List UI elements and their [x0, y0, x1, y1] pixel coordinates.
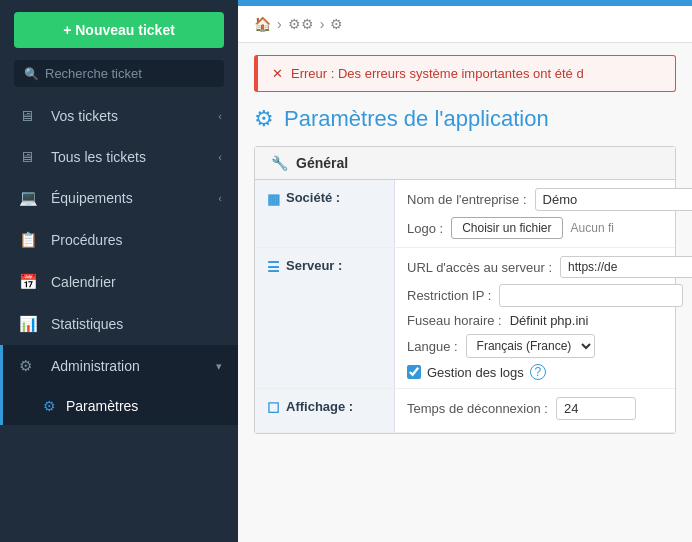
restriction-ip-input[interactable] [499, 284, 683, 307]
sidebar-item-administration[interactable]: ⚙ Administration ▾ [0, 345, 238, 387]
timezone-label: Fuseau horaire : [407, 313, 502, 328]
statistiques-icon: 📊 [19, 315, 41, 333]
sidebar-subitem-label: Paramètres [66, 398, 138, 414]
current-page-icon[interactable]: ⚙ [330, 16, 343, 32]
sidebar-subitem-parametres[interactable]: ⚙ Paramètres [0, 387, 238, 425]
procedures-icon: 📋 [19, 231, 41, 249]
deconnexion-label: Temps de déconnexion : [407, 401, 548, 416]
sidebar-item-statistiques[interactable]: 📊 Statistiques [0, 303, 238, 345]
sidebar-item-label: Vos tickets [51, 108, 218, 124]
serveur-content: URL d'accès au serveur : Restriction IP … [395, 248, 692, 388]
affichage-label: ☐ Affichage : [255, 389, 395, 432]
societe-label-text: Société : [286, 190, 340, 205]
tickets-icon: 🖥 [19, 107, 41, 124]
sidebar-item-label: Procédures [51, 232, 222, 248]
choose-file-button[interactable]: Choisir un fichier [451, 217, 562, 239]
company-name-field: Nom de l'entreprise : [407, 188, 692, 211]
home-icon[interactable]: 🏠 [254, 16, 271, 32]
equipements-icon: 💻 [19, 189, 41, 207]
sidebar-item-label: Calendrier [51, 274, 222, 290]
affichage-row: ☐ Affichage : Temps de déconnexion : [255, 389, 675, 433]
search-box: 🔍 [14, 60, 224, 87]
affichage-label-text: Affichage : [286, 399, 353, 414]
error-icon: ✕ [272, 66, 283, 81]
restriction-ip-label: Restriction IP : [407, 288, 491, 303]
main-content: 🏠 › ⚙⚙ › ⚙ ✕ Erreur : Des erreurs systèm… [238, 0, 692, 542]
gestion-logs-label: Gestion des logs [427, 365, 524, 380]
search-icon: 🔍 [24, 67, 39, 81]
sidebar-item-tous-les-tickets[interactable]: 🖥 Tous les tickets ‹ [0, 136, 238, 177]
sidebar-item-procedures[interactable]: 📋 Procédures [0, 219, 238, 261]
timezone-value: Définit php.ini [510, 313, 589, 328]
error-banner: ✕ Erreur : Des erreurs système important… [254, 55, 676, 92]
timezone-field: Fuseau horaire : Définit php.ini [407, 313, 692, 328]
server-url-field: URL d'accès au serveur : [407, 256, 692, 278]
breadcrumb-separator: › [277, 16, 282, 32]
deconnexion-field: Temps de déconnexion : [407, 397, 663, 420]
langue-select[interactable]: Français (France) [466, 334, 595, 358]
sidebar-item-vos-tickets[interactable]: 🖥 Vos tickets ‹ [0, 95, 238, 136]
societe-label: ▦ Société : [255, 180, 395, 247]
sidebar-item-label: Administration [51, 358, 216, 374]
search-input[interactable] [45, 66, 214, 81]
breadcrumb-separator: › [320, 16, 325, 32]
new-ticket-button[interactable]: + Nouveau ticket [14, 12, 224, 48]
gestion-logs-field: Gestion des logs ? [407, 364, 692, 380]
logo-field: Logo : Choisir un fichier Aucun fi [407, 217, 692, 239]
deconnexion-input[interactable] [556, 397, 636, 420]
help-icon[interactable]: ? [530, 364, 546, 380]
serveur-row: ☰ Serveur : URL d'accès au serveur : Res… [255, 248, 675, 389]
serveur-label-text: Serveur : [286, 258, 342, 273]
settings-icon[interactable]: ⚙⚙ [288, 16, 314, 32]
societe-icon: ▦ [267, 191, 280, 207]
general-tab[interactable]: 🔧 Général [255, 147, 675, 180]
affichage-icon: ☐ [267, 400, 280, 416]
societe-row: ▦ Société : Nom de l'entreprise : Logo :… [255, 180, 675, 248]
sidebar-item-label: Équipements [51, 190, 218, 206]
page-title: Paramètres de l'application [284, 106, 549, 132]
societe-content: Nom de l'entreprise : Logo : Choisir un … [395, 180, 692, 247]
gestion-logs-checkbox[interactable] [407, 365, 421, 379]
langue-field: Langue : Français (France) [407, 334, 692, 358]
sidebar-item-label: Statistiques [51, 316, 222, 332]
file-text: Aucun fi [571, 221, 614, 235]
tab-label: Général [296, 155, 348, 171]
affichage-content: Temps de déconnexion : [395, 389, 675, 432]
content-area: ✕ Erreur : Des erreurs système important… [238, 43, 692, 542]
server-url-label: URL d'accès au serveur : [407, 260, 552, 275]
company-name-input[interactable] [535, 188, 692, 211]
langue-label: Langue : [407, 339, 458, 354]
chevron-right-icon: ‹ [218, 110, 222, 122]
restriction-ip-field: Restriction IP : [407, 284, 692, 307]
server-url-input[interactable] [560, 256, 692, 278]
error-message: Erreur : Des erreurs système importantes… [291, 66, 584, 81]
sidebar-item-equipements[interactable]: 💻 Équipements ‹ [0, 177, 238, 219]
company-name-label: Nom de l'entreprise : [407, 192, 527, 207]
sidebar-item-calendrier[interactable]: 📅 Calendrier [0, 261, 238, 303]
administration-icon: ⚙ [19, 357, 41, 375]
logo-label: Logo : [407, 221, 443, 236]
breadcrumb: 🏠 › ⚙⚙ › ⚙ [238, 6, 692, 43]
chevron-right-icon: ‹ [218, 151, 222, 163]
sidebar: + Nouveau ticket 🔍 🖥 Vos tickets ‹ 🖥 Tou… [0, 0, 238, 542]
form-section: ▦ Société : Nom de l'entreprise : Logo :… [255, 180, 675, 433]
settings-card: 🔧 Général ▦ Société : Nom de l'entrepris… [254, 146, 676, 434]
chevron-right-icon: ‹ [218, 192, 222, 204]
all-tickets-icon: 🖥 [19, 148, 41, 165]
calendrier-icon: 📅 [19, 273, 41, 291]
serveur-icon: ☰ [267, 259, 280, 275]
wrench-icon: 🔧 [271, 155, 288, 171]
sidebar-item-label: Tous les tickets [51, 149, 218, 165]
page-title-area: ⚙ Paramètres de l'application [254, 106, 676, 132]
serveur-label: ☰ Serveur : [255, 248, 395, 388]
parametres-icon: ⚙ [43, 398, 56, 414]
page-gear-icon: ⚙ [254, 106, 274, 132]
chevron-down-icon: ▾ [216, 360, 222, 373]
